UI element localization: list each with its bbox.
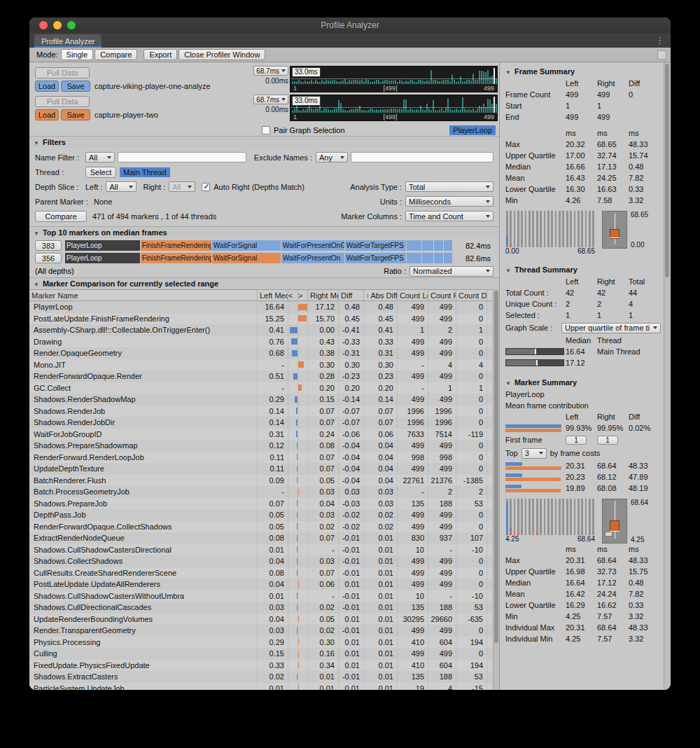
pair-graph-checkbox[interactable] [262, 126, 270, 134]
mode-button-export[interactable]: Export [144, 49, 177, 60]
graph-scale-dropdown-left[interactable]: 68.7ms [253, 66, 288, 76]
table-row[interactable]: ExtractRenderNodeQueue0.080.07-0.010.018… [29, 532, 499, 544]
marker-segment[interactable]: WaitForTargetFPS [345, 240, 407, 251]
marker-segment[interactable]: FinishFrameRendering [141, 240, 212, 251]
tab-profile-analyzer[interactable]: Profile Analyzer [34, 34, 102, 48]
column-header-0[interactable]: Marker Name [29, 290, 258, 300]
name-filter-input[interactable] [118, 152, 246, 162]
frame-time-graph-right[interactable]: 33.0ms 1 [499] 499 [290, 95, 498, 121]
table-row[interactable]: CullResults.CreateSharedRendererScene0.0… [29, 567, 499, 579]
marker-segment[interactable]: PlayerLoop [65, 240, 141, 251]
auto-right-checkbox[interactable] [202, 183, 210, 191]
pull-data-button-right[interactable]: Pull Data [35, 96, 90, 107]
filters-header[interactable]: Filters [29, 136, 499, 148]
overflow-menu-icon[interactable]: ⋮ [655, 35, 664, 46]
table-row[interactable]: DepthPass.Job0.050.03-0.020.024994990 [29, 509, 499, 521]
titlebar[interactable]: Profile Analyzer [29, 18, 671, 33]
column-header-9[interactable]: Count Di [456, 290, 487, 300]
top10-header[interactable]: Top 10 markers on median frames [29, 226, 499, 238]
thread-selected-chip[interactable]: Main Thread [120, 167, 170, 177]
table-row[interactable]: Batch.ProcessGeometryJob-0.030.030.03-22 [29, 486, 499, 498]
table-row[interactable]: Mono.JIT-0.300.300.30-44 [29, 359, 499, 371]
name-filter-mode-dropdown[interactable]: All [85, 152, 115, 162]
minimize-button[interactable] [53, 21, 62, 29]
ratio-dropdown[interactable]: Normalized [410, 266, 493, 277]
selected-marker-chip[interactable]: PlayerLoop [449, 125, 496, 135]
zoom-button[interactable] [67, 21, 76, 29]
analysis-type-dropdown[interactable]: Total [405, 181, 493, 192]
column-header-6[interactable]: ↕Abs Diff [364, 290, 398, 300]
table-row[interactable]: Shadows.RenderJobDir0.140.07-0.070.07199… [29, 417, 499, 429]
marker-segment[interactable] [422, 253, 434, 263]
graph-scale-dropdown-right[interactable]: 68.7ms [253, 95, 288, 104]
marker-columns-dropdown[interactable]: Time and Count [405, 211, 493, 221]
graph-scale-dropdown[interactable]: Upper quartile of frame ti [561, 323, 661, 333]
marker-segment[interactable]: PlayerLoop [65, 253, 141, 263]
top-n-dropdown[interactable]: 3 [522, 448, 547, 459]
depth-right-dropdown[interactable]: All [169, 181, 195, 192]
load-button-left[interactable]: Load [35, 81, 59, 92]
marker-segment[interactable] [444, 253, 451, 263]
table-row[interactable]: PostLateUpdate.UpdateAllRenderers0.040.0… [29, 579, 499, 590]
table-row[interactable]: Shadows.RenderJob0.140.07-0.070.07199619… [29, 406, 499, 417]
marker-segment[interactable] [434, 240, 444, 251]
column-header-2[interactable]: < [288, 290, 298, 300]
table-row[interactable]: Shadows.RenderShadowMap0.290.15-0.140.14… [29, 394, 499, 406]
close-button[interactable] [39, 21, 48, 29]
first-frame-left-button[interactable]: 1 [566, 436, 587, 445]
marker-segment[interactable]: WaitForTargetFPS [345, 253, 407, 263]
table-row[interactable]: Shadows.CollectShadows0.040.03-0.010.014… [29, 555, 499, 567]
top-frame-cost-row[interactable]: 20.2368.1247.89 [505, 471, 661, 483]
marker-segment[interactable] [422, 240, 434, 251]
mode-button-compare[interactable]: Compare [94, 49, 137, 60]
comparison-header[interactable]: Marker Comparison for currently selected… [29, 277, 499, 289]
column-header-4[interactable]: Right Me [308, 290, 339, 300]
frame-summary-header[interactable]: Frame Summary [505, 65, 661, 78]
save-button-left[interactable]: Save [61, 81, 90, 92]
column-header-5[interactable]: Diff [339, 290, 364, 300]
table-row[interactable]: Render.OpaqueGeometry0.680.38-0.310.3149… [29, 347, 499, 359]
table-row[interactable]: RenderForwardOpaque.Render0.510.28-0.230… [29, 370, 499, 382]
frame-index-button[interactable]: 383 [35, 240, 62, 251]
table-row[interactable]: RenderForwardOpaque.CollectShadows0.050.… [29, 521, 499, 533]
table-row[interactable]: Assembly-CSharp.dll!::Collectable.OnTrig… [29, 324, 499, 336]
scrollbar-thumb[interactable] [665, 64, 669, 277]
table-row[interactable]: Drawing0.760.43-0.330.334994990 [29, 336, 499, 348]
column-header-1[interactable]: Left Med [258, 290, 288, 300]
table-row[interactable]: Shadows.CullDirectionalCascades0.030.02-… [29, 602, 499, 614]
marker-segment[interactable] [444, 240, 451, 251]
table-row[interactable]: Shadows.CullShadowCastersDirectional0.01… [29, 544, 499, 556]
marker-table-scrollbar[interactable] [493, 289, 499, 690]
table-row[interactable]: ParticleSystem.UpdateJob0.010.010.010.01… [29, 683, 499, 691]
compare-button[interactable]: Compare [35, 211, 87, 222]
frame-time-graph-left[interactable]: 33.0ms 1 [499] 499 [290, 66, 498, 92]
marker-segment[interactable]: WaitForPresentOn [281, 253, 345, 263]
marker-segment[interactable]: WaitForSignal [212, 240, 281, 251]
marker-segment[interactable] [407, 240, 423, 251]
column-header-7[interactable]: Count Le [398, 290, 428, 300]
marker-segment[interactable] [434, 253, 444, 263]
table-row[interactable]: UpdateDepthTexture0.110.07-0.040.0449949… [29, 463, 499, 475]
thread-row[interactable]: 17.12 [505, 357, 661, 368]
exclude-names-input[interactable] [351, 152, 493, 162]
table-row[interactable]: FixedUpdate.PhysicsFixedUpdate0.330.340.… [29, 660, 499, 672]
table-row[interactable]: Shadows.ExtractCasters0.020.01-0.010.011… [29, 671, 499, 683]
marker-segment[interactable]: WaitForPresentOnG [281, 240, 345, 251]
table-row[interactable]: BatchRenderer.Flush0.090.05-0.040.042276… [29, 475, 499, 487]
table-row[interactable]: WaitForJobGroupID0.310.24-0.060.06763375… [29, 429, 499, 441]
table-row[interactable]: Shadows.PrepareShadowmap0.120.08-0.040.0… [29, 440, 499, 452]
thread-row[interactable]: 16.64Main Thread [505, 346, 661, 357]
marker-segment[interactable]: FinishFrameRendering [141, 253, 212, 263]
depth-left-dropdown[interactable]: All [106, 181, 136, 192]
table-row[interactable]: Render.TransparentGeometry0.030.02-0.010… [29, 625, 499, 637]
frame-index-button[interactable]: 356 [35, 253, 62, 263]
table-row[interactable]: UpdateRendererBoundingVolumes0.040.050.0… [29, 614, 499, 625]
table-row[interactable]: PlayerLoop16.6417.120.480.484994990 [29, 301, 499, 313]
load-button-right[interactable]: Load [35, 109, 59, 120]
table-row[interactable]: Physics.Processing0.290.300.010.01410604… [29, 637, 499, 649]
table-row[interactable]: Shadows.PrepareJob0.070.04-0.030.0313518… [29, 498, 499, 510]
table-row[interactable]: Shadows.CullShadowCastersWithoutUmbra0.0… [29, 590, 499, 602]
save-button-right[interactable]: Save [61, 109, 90, 120]
column-header-3[interactable]: > [298, 290, 308, 300]
table-row[interactable]: Culling0.150.160.010.014994990 [29, 648, 499, 660]
